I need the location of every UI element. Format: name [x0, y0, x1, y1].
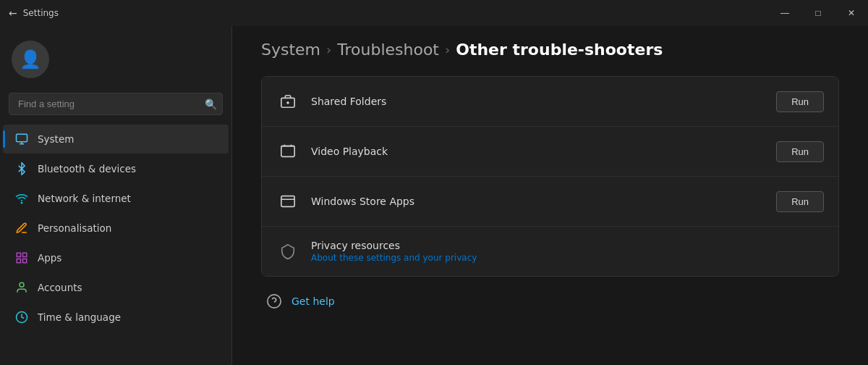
- search-icon[interactable]: 🔍: [205, 98, 217, 110]
- sidebar-item-accounts[interactable]: Accounts: [3, 273, 229, 302]
- video-playback-icon: [276, 140, 299, 163]
- avatar-icon: 👤: [20, 49, 41, 70]
- ts-item-windows-store: Windows Store Apps Run: [262, 177, 838, 227]
- shared-folders-title: Shared Folders: [311, 96, 765, 107]
- sidebar-nav: System Bluetooth & devices Network & int…: [0, 124, 231, 365]
- windows-store-title: Windows Store Apps: [311, 196, 765, 207]
- svg-rect-4: [17, 253, 20, 256]
- sidebar-item-label-personalisation: Personalisation: [38, 222, 111, 234]
- maximize-button[interactable]: □: [801, 0, 835, 26]
- breadcrumb-system[interactable]: System: [261, 41, 320, 59]
- sidebar-item-label-network: Network & internet: [38, 193, 131, 204]
- get-help-icon: [264, 291, 284, 311]
- sidebar: 👤 🔍 System Bluetooth & devices Network &…: [0, 26, 231, 365]
- breadcrumb-troubleshoot[interactable]: Troubleshoot: [337, 41, 439, 59]
- sidebar-item-label-accounts: Accounts: [38, 282, 82, 293]
- video-playback-run-button[interactable]: Run: [776, 141, 824, 162]
- avatar: 👤: [12, 41, 49, 78]
- apps-nav-icon: [14, 251, 29, 265]
- windows-store-run-button[interactable]: Run: [776, 191, 824, 212]
- app-body: 👤 🔍 System Bluetooth & devices Network &…: [0, 26, 868, 365]
- sidebar-item-network[interactable]: Network & internet: [3, 184, 229, 213]
- sidebar-item-bluetooth[interactable]: Bluetooth & devices: [3, 154, 229, 183]
- sidebar-item-label-time: Time & language: [38, 311, 121, 323]
- network-nav-icon: [14, 191, 29, 206]
- svg-rect-5: [23, 253, 27, 256]
- svg-rect-6: [23, 259, 27, 263]
- privacy-info: Privacy resources About these settings a…: [311, 240, 824, 263]
- shared-folders-run-button[interactable]: Run: [776, 91, 824, 112]
- video-playback-title: Video Playback: [311, 146, 765, 157]
- search-container: 🔍: [9, 93, 223, 115]
- accounts-nav-icon: [14, 280, 29, 295]
- shared-folders-info: Shared Folders: [311, 96, 765, 107]
- sidebar-item-system[interactable]: System: [3, 125, 229, 154]
- svg-rect-0: [17, 134, 27, 142]
- breadcrumb: System › Troubleshoot › Other trouble-sh…: [261, 41, 839, 59]
- breadcrumb-sep-1: ›: [326, 42, 331, 57]
- sidebar-item-label-bluetooth: Bluetooth & devices: [38, 163, 136, 175]
- video-playback-info: Video Playback: [311, 146, 765, 157]
- sidebar-item-label-apps: Apps: [38, 252, 61, 264]
- search-input[interactable]: [9, 93, 223, 115]
- svg-rect-17: [281, 196, 294, 207]
- privacy-subtitle[interactable]: About these settings and your privacy: [311, 253, 824, 263]
- privacy-item: Privacy resources About these settings a…: [262, 227, 838, 276]
- sidebar-item-apps[interactable]: Apps: [3, 243, 229, 272]
- svg-point-19: [268, 295, 281, 308]
- titlebar-left: ← Settings: [9, 7, 59, 19]
- privacy-title: Privacy resources: [311, 240, 824, 251]
- windows-store-info: Windows Store Apps: [311, 196, 765, 207]
- app-title: Settings: [23, 8, 59, 18]
- ts-item-shared-folders: Shared Folders Run: [262, 77, 838, 127]
- main-content: System › Troubleshoot › Other trouble-sh…: [232, 26, 868, 365]
- sidebar-item-time[interactable]: Time & language: [3, 303, 229, 332]
- system-nav-icon: [14, 132, 29, 146]
- titlebar: ← Settings — □ ✕: [0, 0, 868, 26]
- privacy-shield-icon: [276, 240, 299, 263]
- shared-folders-icon: [276, 90, 299, 113]
- time-nav-icon: [14, 310, 29, 324]
- svg-point-3: [21, 202, 22, 204]
- get-help-row: Get help: [261, 291, 839, 311]
- troubleshooter-list: Shared Folders Run Video Playback: [261, 76, 839, 277]
- minimize-button[interactable]: —: [768, 0, 801, 26]
- user-avatar-area: 👤: [0, 26, 231, 90]
- sidebar-item-label-system: System: [38, 133, 74, 145]
- personalisation-nav-icon: [14, 221, 29, 235]
- svg-rect-7: [17, 259, 20, 263]
- get-help-link[interactable]: Get help: [292, 295, 335, 307]
- breadcrumb-sep-2: ›: [445, 42, 450, 57]
- svg-point-8: [20, 282, 24, 287]
- breadcrumb-current: Other trouble-shooters: [456, 41, 663, 59]
- sidebar-item-personalisation[interactable]: Personalisation: [3, 214, 229, 243]
- bluetooth-nav-icon: [14, 161, 29, 176]
- svg-rect-13: [281, 146, 294, 157]
- close-button[interactable]: ✕: [835, 0, 868, 26]
- windows-store-icon: [276, 190, 299, 213]
- window-controls: — □ ✕: [768, 0, 868, 26]
- ts-item-video-playback: Video Playback Run: [262, 127, 838, 177]
- back-button[interactable]: ←: [9, 7, 17, 19]
